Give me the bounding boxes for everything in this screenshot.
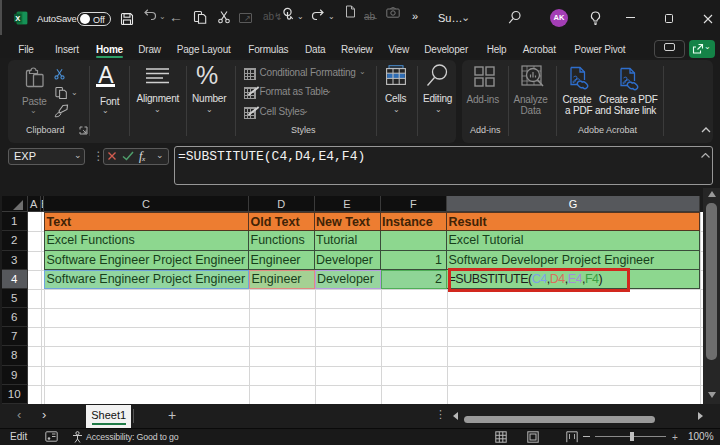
svg-text:X: X: [15, 14, 20, 23]
